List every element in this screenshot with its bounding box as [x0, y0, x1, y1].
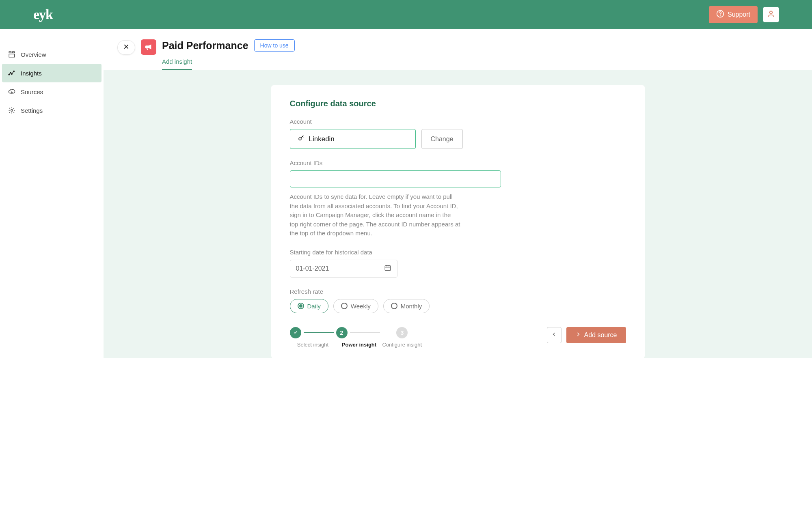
sidebar-item-insights[interactable]: Insights: [2, 64, 102, 82]
account-selector[interactable]: Linkedin: [290, 129, 416, 149]
section-title: Configure data source: [290, 99, 626, 108]
support-label: Support: [728, 11, 750, 18]
overview-icon: [8, 50, 16, 58]
header-actions: Support: [709, 6, 779, 23]
step-3-label: Configure insight: [382, 342, 422, 348]
radio-label: Weekly: [351, 303, 371, 310]
account-value: Linkedin: [309, 135, 335, 143]
stepper: Select insight 2 Power insight 3 Conf: [290, 327, 422, 348]
radio-icon: [341, 303, 348, 309]
sidebar: Overview Insights Sources Settings: [0, 29, 104, 358]
step-1-circle: [290, 327, 301, 338]
add-source-button[interactable]: Add source: [566, 327, 626, 343]
chevron-left-icon: [551, 331, 557, 338]
radio-icon: [391, 303, 397, 309]
gear-icon: [8, 106, 16, 114]
sources-icon: [8, 88, 16, 96]
app-header: eyk Support: [0, 0, 812, 29]
content-header: Paid Performance How to use Add insight: [104, 29, 812, 70]
svg-point-8: [11, 73, 12, 74]
tabs: Add insight: [162, 58, 812, 70]
sidebar-item-label: Sources: [21, 88, 43, 95]
radio-label: Monthly: [401, 303, 422, 310]
svg-rect-3: [9, 52, 11, 53]
refresh-label: Refresh rate: [290, 288, 626, 295]
config-panel: Configure data source Account Linkedin C…: [271, 85, 645, 358]
svg-point-11: [299, 138, 301, 140]
change-account-button[interactable]: Change: [421, 129, 463, 149]
sidebar-item-settings[interactable]: Settings: [2, 101, 102, 120]
back-button[interactable]: [547, 327, 561, 343]
start-date-label: Starting date for historical data: [290, 249, 626, 256]
sidebar-item-sources[interactable]: Sources: [2, 82, 102, 101]
user-icon: [767, 10, 775, 19]
close-icon: [123, 43, 130, 52]
refresh-option-weekly[interactable]: Weekly: [333, 299, 378, 313]
check-icon: [293, 329, 298, 336]
refresh-option-monthly[interactable]: Monthly: [383, 299, 430, 313]
step-2-label: Power insight: [342, 342, 376, 348]
add-source-label: Add source: [584, 331, 617, 339]
svg-point-2: [770, 11, 773, 14]
sidebar-item-label: Settings: [21, 107, 43, 114]
svg-rect-4: [13, 52, 15, 53]
refresh-options: Daily Weekly Monthly: [290, 299, 626, 313]
sidebar-item-label: Insights: [21, 70, 42, 77]
account-ids-help: Account IDs to sync data for. Leave empt…: [290, 192, 460, 238]
step-line-2: [350, 332, 380, 333]
step-2-circle: 2: [336, 327, 348, 338]
support-button[interactable]: Support: [709, 6, 758, 23]
account-ids-input[interactable]: [290, 170, 501, 187]
sidebar-item-label: Overview: [21, 51, 46, 58]
refresh-option-daily[interactable]: Daily: [290, 299, 328, 313]
insights-icon: [8, 69, 16, 77]
step-line-1: [304, 332, 334, 333]
svg-rect-12: [385, 265, 391, 270]
svg-point-7: [10, 72, 11, 73]
megaphone-icon: [141, 39, 156, 55]
logo: eyk: [33, 7, 53, 22]
step-3-circle: 3: [396, 327, 408, 338]
svg-rect-5: [9, 54, 15, 57]
step-1-label: Select insight: [297, 342, 328, 348]
account-ids-label: Account IDs: [290, 159, 626, 166]
chevron-right-icon: [575, 331, 581, 339]
start-date-input[interactable]: 01-01-2021: [290, 260, 397, 278]
calendar-icon: [384, 264, 391, 273]
radio-icon: [298, 303, 304, 309]
close-button[interactable]: [117, 40, 135, 55]
how-to-use-button[interactable]: How to use: [254, 39, 295, 52]
svg-point-9: [13, 71, 14, 71]
page-title: Paid Performance: [162, 40, 248, 52]
help-icon: [716, 10, 724, 19]
content-area: Paid Performance How to use Add insight …: [104, 29, 812, 358]
sidebar-item-overview[interactable]: Overview: [2, 45, 102, 64]
title-group: Paid Performance How to use Add insight: [162, 39, 812, 70]
svg-point-1: [720, 15, 721, 16]
key-icon: [298, 134, 305, 144]
user-menu-button[interactable]: [763, 7, 779, 22]
tab-add-insight[interactable]: Add insight: [162, 58, 192, 70]
account-label: Account: [290, 118, 626, 125]
radio-label: Daily: [307, 303, 321, 310]
svg-point-6: [9, 74, 9, 75]
panel-footer: Select insight 2 Power insight 3 Conf: [290, 327, 626, 348]
svg-point-10: [11, 110, 13, 112]
start-date-value: 01-01-2021: [296, 265, 329, 272]
